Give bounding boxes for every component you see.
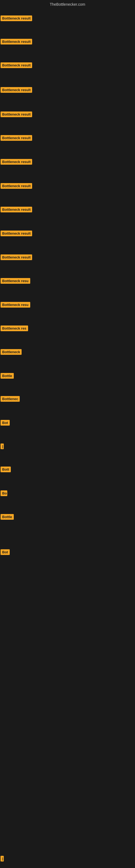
- bottleneck-label-5: Bottleneck result: [1, 112, 32, 117]
- bottleneck-label-6: Bottleneck result: [1, 135, 32, 141]
- bottleneck-label-9: Bottleneck result: [1, 207, 32, 212]
- bottleneck-label-11: Bottleneck result: [1, 254, 32, 260]
- bottleneck-result-2: Bottleneck result: [1, 39, 32, 45]
- bottleneck-label-8: Bottleneck result: [1, 183, 32, 189]
- bottleneck-label-15: Bottleneck: [1, 349, 21, 355]
- bottleneck-result-23: Bot: [1, 549, 10, 556]
- bottleneck-result-6: Bottleneck result: [1, 135, 32, 142]
- bottleneck-label-10: Bottleneck result: [1, 230, 32, 236]
- bottleneck-result-22: Bottle: [1, 514, 14, 521]
- bottleneck-result-11: Bottleneck result: [1, 254, 32, 261]
- bottleneck-result-4: Bottleneck result: [1, 87, 32, 94]
- bottleneck-label-22: Bottle: [1, 514, 14, 520]
- bottleneck-label-21: Bo: [1, 490, 7, 496]
- bottleneck-label-4: Bottleneck result: [1, 87, 32, 93]
- bottleneck-label-3: Bottleneck result: [1, 62, 32, 68]
- bottleneck-label-20: Bott: [1, 467, 11, 472]
- bottleneck-result-8: Bottleneck result: [1, 183, 32, 190]
- bottleneck-result-10: Bottleneck result: [1, 230, 32, 237]
- bottleneck-result-12: Bottleneck resu: [1, 278, 30, 285]
- bottleneck-result-20: Bott: [1, 467, 11, 473]
- bottleneck-label-24: |: [1, 856, 4, 862]
- bottleneck-result-15: Bottleneck: [1, 349, 21, 356]
- bottleneck-result-24: |: [1, 856, 4, 863]
- bottleneck-label-17: Bottlenec: [1, 396, 20, 402]
- bottleneck-result-1: Bottleneck result: [1, 16, 32, 22]
- bottleneck-result-19: |: [1, 443, 4, 450]
- bottleneck-result-3: Bottleneck result: [1, 62, 32, 69]
- bottleneck-label-7: Bottleneck result: [1, 159, 32, 165]
- bottleneck-label-2: Bottleneck result: [1, 39, 32, 44]
- bottleneck-label-1: Bottleneck result: [1, 16, 32, 21]
- bottleneck-label-12: Bottleneck resu: [1, 278, 30, 284]
- bottleneck-result-21: Bo: [1, 490, 7, 497]
- bottleneck-label-18: Bot: [1, 420, 10, 426]
- bottleneck-result-16: Bottle: [1, 373, 14, 380]
- bottleneck-result-18: Bot: [1, 420, 10, 427]
- bottleneck-result-9: Bottleneck result: [1, 207, 32, 214]
- bottleneck-result-13: Bottleneck resu: [1, 302, 30, 309]
- bottleneck-result-17: Bottlenec: [1, 396, 20, 403]
- bottleneck-result-7: Bottleneck result: [1, 159, 32, 166]
- bottleneck-label-19: |: [1, 443, 4, 449]
- bottleneck-result-5: Bottleneck result: [1, 112, 32, 118]
- bottleneck-label-23: Bot: [1, 549, 10, 555]
- bottleneck-label-14: Bottleneck res: [1, 326, 28, 331]
- bottleneck-label-16: Bottle: [1, 373, 14, 379]
- bottleneck-result-14: Bottleneck res: [1, 326, 28, 332]
- bottleneck-label-13: Bottleneck resu: [1, 302, 30, 308]
